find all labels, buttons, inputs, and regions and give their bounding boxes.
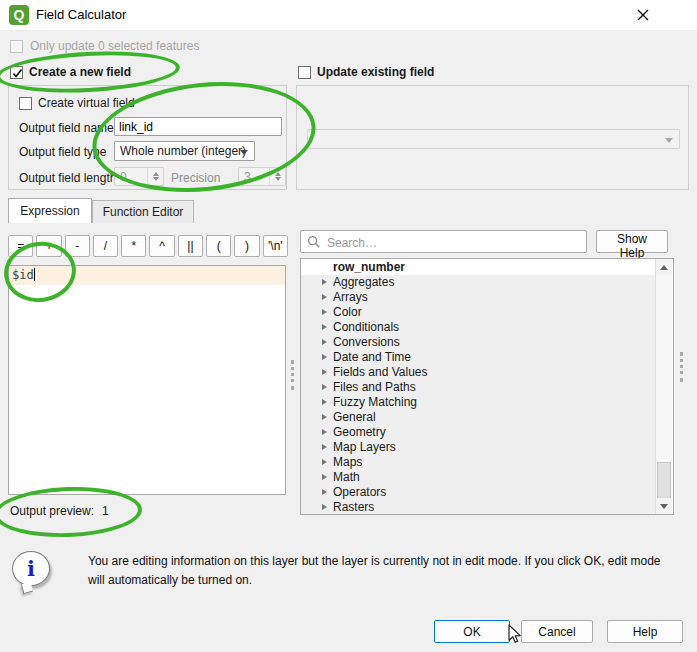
window-title: Field Calculator (36, 0, 126, 30)
operator-newline-button[interactable]: '\n' (263, 235, 288, 257)
scrollbar-thumb[interactable] (657, 462, 671, 499)
function-group-fields-and-values[interactable]: Fields and Values (301, 365, 657, 380)
update-existing-label: Update existing field (317, 65, 434, 79)
field-calculator-dialog: Q Field Calculator Only update 0 selecte… (0, 0, 697, 652)
function-group-conditionals[interactable]: Conditionals (301, 320, 657, 335)
function-group-arrays[interactable]: Arrays (301, 290, 657, 305)
function-group-math[interactable]: Math (301, 470, 657, 485)
scroll-down-icon[interactable] (656, 498, 672, 514)
new-field-groupbox: Create virtual field Output field name O… (8, 85, 287, 190)
tree-expand-icon[interactable] (322, 414, 327, 420)
function-group-fuzzy-matching[interactable]: Fuzzy Matching (301, 395, 657, 410)
cancel-button[interactable]: Cancel (521, 620, 593, 643)
qgis-logo-icon: Q (9, 5, 29, 25)
tree-expand-icon[interactable] (322, 474, 327, 480)
only-update-label: Only update 0 selected features (30, 39, 199, 53)
expression-editor[interactable]: $id (8, 265, 286, 495)
output-field-name-label: Output field name (19, 121, 114, 135)
current-line-highlight (9, 266, 285, 285)
function-group-operators[interactable]: Operators (301, 485, 657, 500)
text-caret (34, 268, 35, 281)
tree-expand-icon[interactable] (322, 294, 327, 300)
tab-function-editor[interactable]: Function Editor (92, 200, 194, 223)
help-splitter-handle[interactable] (680, 352, 683, 382)
operator-equals-button[interactable]: = (8, 235, 33, 257)
function-item-row-number[interactable]: row_number (301, 259, 657, 275)
expression-text: $id (12, 268, 34, 282)
tree-expand-icon[interactable] (322, 339, 327, 345)
info-icon-glyph: i (27, 556, 35, 581)
cursor-icon (504, 624, 524, 647)
output-field-type-select[interactable]: Whole number (integer) (114, 141, 255, 161)
output-preview-value: 1 (102, 504, 109, 518)
operator-concat-button[interactable]: || (178, 235, 203, 257)
operator-divide-button[interactable]: / (93, 235, 118, 257)
panel-splitter-handle[interactable] (291, 360, 294, 390)
function-group-rasters[interactable]: Rasters (301, 500, 657, 515)
function-group-maps[interactable]: Maps (301, 455, 657, 470)
function-group-aggregates[interactable]: Aggregates (301, 275, 657, 290)
function-group-conversions[interactable]: Conversions (301, 335, 657, 350)
function-list-scrollbar[interactable] (655, 259, 673, 514)
tree-expand-icon[interactable] (322, 489, 327, 495)
function-group-files-and-paths[interactable]: Files and Paths (301, 380, 657, 395)
output-field-length-spinner[interactable]: 0 (114, 167, 164, 186)
tree-expand-icon[interactable] (322, 279, 327, 285)
tab-expression[interactable]: Expression (8, 198, 92, 223)
spinner-up-icon (153, 172, 159, 176)
operator-power-button[interactable]: ^ (149, 235, 174, 257)
tree-expand-icon[interactable] (322, 354, 327, 360)
create-virtual-field-label: Create virtual field (38, 96, 135, 110)
spinner-down-icon (153, 177, 159, 181)
update-existing-groupbox (296, 85, 689, 190)
spinner-buttons[interactable] (147, 168, 163, 185)
function-group-general[interactable]: General (301, 410, 657, 425)
function-group-map-layers[interactable]: Map Layers (301, 440, 657, 455)
tree-expand-icon[interactable] (322, 309, 327, 315)
operator-button-row: = + - / * ^ || ( ) '\n' (8, 235, 288, 257)
create-new-field-label: Create a new field (29, 65, 131, 79)
dropdown-arrow-icon (665, 138, 673, 143)
close-icon[interactable] (628, 3, 658, 27)
ok-button[interactable]: OK (434, 620, 510, 643)
search-icon (307, 235, 321, 249)
update-existing-checkbox[interactable] (298, 66, 311, 79)
operator-minus-button[interactable]: - (65, 235, 90, 257)
tree-expand-icon[interactable] (322, 459, 327, 465)
scroll-up-icon[interactable] (656, 259, 672, 275)
info-icon-tail (21, 582, 33, 594)
checkmark-icon (11, 67, 24, 80)
spinner-up-icon (275, 172, 281, 176)
tree-expand-icon[interactable] (322, 399, 327, 405)
operator-close-paren-button[interactable]: ) (234, 235, 259, 257)
spinner-buttons[interactable] (269, 168, 285, 185)
function-group-geometry[interactable]: Geometry (301, 425, 657, 440)
function-group-color[interactable]: Color (301, 305, 657, 320)
output-preview-label: Output preview: (10, 504, 94, 518)
tree-expand-icon[interactable] (322, 504, 327, 510)
search-input[interactable] (325, 232, 584, 253)
help-button[interactable]: Help (607, 620, 683, 643)
tree-expand-icon[interactable] (322, 324, 327, 330)
output-field-type-label: Output field type (19, 145, 106, 159)
info-icon: i (12, 551, 50, 586)
spinner-down-icon (275, 177, 281, 181)
output-field-type-value: Whole number (integer) (120, 144, 246, 158)
tree-expand-icon[interactable] (322, 369, 327, 375)
output-field-name-input[interactable] (114, 117, 282, 136)
function-group-date-and-time[interactable]: Date and Time (301, 350, 657, 365)
operator-plus-button[interactable]: + (36, 235, 61, 257)
edit-mode-warning-text: You are editing information on this laye… (88, 552, 662, 589)
tree-expand-icon[interactable] (322, 444, 327, 450)
only-update-checkbox[interactable] (10, 40, 23, 53)
create-new-field-checkbox[interactable] (10, 66, 23, 79)
operator-open-paren-button[interactable]: ( (206, 235, 231, 257)
tree-expand-icon[interactable] (322, 384, 327, 390)
operator-multiply-button[interactable]: * (121, 235, 146, 257)
show-help-button[interactable]: Show Help (596, 230, 668, 253)
dropdown-arrow-icon (240, 150, 248, 155)
function-search (300, 230, 587, 253)
tree-expand-icon[interactable] (322, 429, 327, 435)
precision-spinner[interactable]: 3 (238, 167, 286, 186)
create-virtual-field-checkbox[interactable] (19, 97, 32, 110)
